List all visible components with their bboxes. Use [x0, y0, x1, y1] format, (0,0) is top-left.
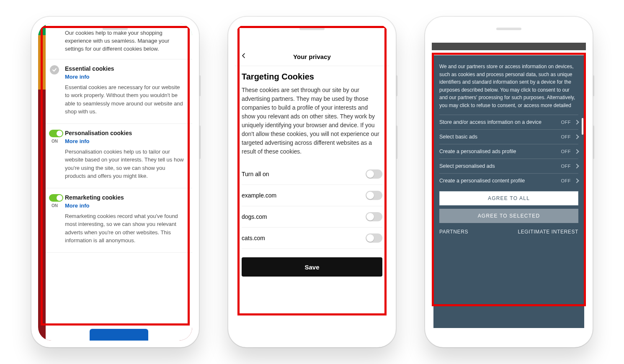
toggle-state-label: ON [52, 203, 58, 208]
row-turn-all-on: Turn all on [242, 164, 382, 185]
screen-1: Our cookies help to make your shopping e… [38, 23, 192, 341]
toggle-switch[interactable] [49, 194, 63, 202]
section-desc: Remarketing cookies record what you've f… [65, 212, 185, 245]
purpose-row[interactable]: Create a personalised ads profile OFF [439, 144, 578, 159]
purpose-row[interactable]: Create a personalised content profile OF… [439, 173, 578, 188]
row-partner: cats.com [242, 228, 382, 249]
row-label: dogs.com [242, 213, 267, 220]
row-partner: example.com [242, 185, 382, 206]
purpose-state: OFF [561, 164, 571, 169]
section-title: Remarketing cookies [65, 194, 185, 201]
agree-to-all-button[interactable]: AGREE TO ALL [439, 191, 578, 205]
purpose-row[interactable]: Store and/or access information on a dev… [439, 115, 578, 129]
row-label: example.com [242, 192, 276, 199]
agree-to-selected-button[interactable]: AGREE TO SELECTED [439, 209, 578, 223]
chevron-right-icon [574, 120, 579, 124]
toggle-switch[interactable] [49, 130, 63, 137]
purpose-state: OFF [561, 149, 571, 154]
page-title: Targeting Cookies [242, 72, 382, 82]
purpose-label: Select personalised ads [439, 163, 495, 169]
scrollbar[interactable] [582, 118, 583, 135]
purpose-label: Store and/or access information on a dev… [439, 119, 541, 125]
header-title: Your privacy [293, 53, 331, 60]
modal-header: Your privacy [235, 48, 389, 66]
more-info-link[interactable]: More info [65, 138, 185, 144]
purpose-state: OFF [561, 178, 571, 183]
purpose-state: OFF [561, 120, 571, 125]
back-button[interactable] [241, 53, 247, 60]
screen-2: Your privacy Targeting Cookies These coo… [235, 23, 389, 341]
purpose-label: Select basic ads [439, 134, 477, 140]
row-partner: dogs.com [242, 206, 382, 228]
section-title: Essential cookies [65, 65, 185, 72]
consent-footer: PARTNERS LEGITIMATE INTEREST [439, 229, 578, 235]
toggle-switch[interactable] [366, 169, 382, 179]
section-personalisation-cookies: ON Personalisation cookies More info Per… [46, 124, 192, 188]
purpose-state: OFF [561, 134, 571, 139]
screen-3: We and our partners store or access info… [432, 23, 586, 341]
button-label: AGREE TO ALL [488, 195, 530, 201]
intro-text: Our cookies help to make your shopping e… [46, 23, 192, 59]
phone-mockup-2: Your privacy Targeting Cookies These coo… [228, 17, 396, 347]
section-desc: Essential cookies are necessary for our … [65, 83, 185, 116]
partners-link[interactable]: PARTNERS [439, 229, 468, 235]
chevron-right-icon [574, 164, 579, 168]
consent-description: We and our partners store or access info… [439, 63, 578, 110]
toggle-switch[interactable] [366, 233, 382, 243]
section-desc: Personalisation cookies help us to tailo… [65, 148, 185, 180]
save-button[interactable]: Save [242, 257, 382, 277]
chevron-right-icon [574, 149, 579, 154]
purpose-row[interactable]: Select basic ads OFF [439, 129, 578, 144]
legitimate-interest-link[interactable]: LEGITIMATE INTEREST [518, 229, 578, 235]
phone-mockup-1: Our cookies help to make your shopping e… [31, 17, 199, 347]
chevron-right-icon [574, 178, 579, 183]
save-button[interactable] [90, 329, 148, 341]
purpose-row[interactable]: Select personalised ads OFF [439, 159, 578, 173]
row-label: Turn all on [242, 171, 269, 177]
row-label: cats.com [242, 235, 265, 241]
section-title: Personalisation cookies [65, 130, 185, 136]
save-button-label: Save [304, 264, 319, 271]
purpose-label: Create a personalised ads profile [439, 149, 516, 154]
section-remarketing-cookies: ON Remarketing cookies More info Remarke… [46, 188, 192, 253]
phone-mockup-3: We and our partners store or access info… [425, 17, 593, 347]
section-essential-cookies: Essential cookies More info Essential co… [46, 59, 192, 124]
more-info-link[interactable]: More info [65, 74, 185, 80]
page-description: These cookies are set through our site b… [242, 86, 382, 156]
more-info-link[interactable]: More info [65, 203, 185, 209]
toggle-switch[interactable] [366, 191, 382, 200]
consent-panel: We and our partners store or access info… [433, 55, 584, 328]
cookie-settings-panel: Our cookies help to make your shopping e… [46, 23, 192, 341]
purpose-label: Create a personalised content profile [439, 178, 525, 184]
chevron-right-icon [574, 134, 579, 139]
check-icon [50, 65, 59, 74]
toggle-switch[interactable] [366, 212, 382, 221]
toggle-state-label: ON [52, 139, 58, 144]
modal-body: Targeting Cookies These cookies are set … [235, 66, 389, 277]
button-label: AGREE TO SELECTED [478, 213, 540, 219]
